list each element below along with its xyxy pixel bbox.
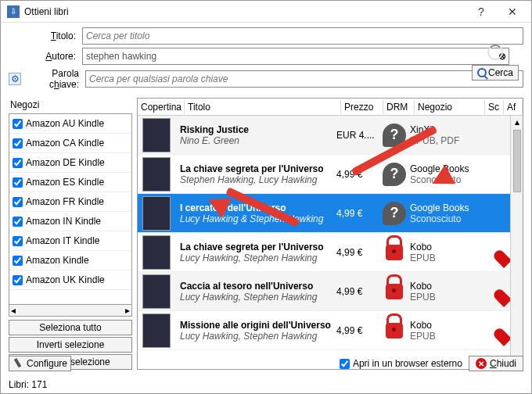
- store-item[interactable]: Amazon Kindle: [9, 251, 131, 270]
- drm-lock-icon: [386, 245, 403, 260]
- store-label: Amazon DE Kindle: [26, 157, 105, 168]
- store-cell: Google BooksSconosciuto: [410, 163, 480, 185]
- drm-lock-icon: [386, 323, 403, 338]
- table-row[interactable]: Missione alle origini dell'UniversoLucy …: [138, 311, 523, 350]
- title-input[interactable]: [82, 27, 523, 45]
- table-row[interactable]: La chiave segreta per l'UniversoLucy Haw…: [138, 233, 523, 272]
- close-button[interactable]: ✕ Chiudi Chiudi: [469, 356, 523, 371]
- gear-icon[interactable]: ⚙: [9, 73, 21, 85]
- store-checkbox[interactable]: [13, 197, 23, 207]
- table-vscroll[interactable]: ▴ ▾: [510, 116, 523, 369]
- drm-lock-icon: [386, 284, 403, 299]
- store-checkbox[interactable]: [13, 217, 23, 227]
- store-label: Amazon UK Kindle: [26, 274, 105, 285]
- title-label: TTitolo:itolo:: [9, 30, 79, 41]
- configure-button[interactable]: Configure: [9, 356, 71, 371]
- title-cell: Missione alle origini dell'UniversoLucy …: [180, 320, 336, 342]
- close-icon: ✕: [476, 358, 487, 369]
- store-label: Amazon FR Kindle: [26, 196, 104, 207]
- store-item[interactable]: Amazon IN Kindle: [9, 212, 131, 231]
- col-drm[interactable]: DRM: [383, 100, 415, 114]
- drm-unknown-icon: ?: [383, 163, 406, 186]
- author-label: Autore:: [9, 51, 79, 62]
- loading-spinner: [487, 45, 503, 60]
- table-row[interactable]: Risking JusticeNino E. GreenEUR 4....?Xi…: [138, 116, 523, 155]
- wrench-icon: [10, 356, 25, 371]
- store-item[interactable]: Amazon ES Kindle: [9, 173, 131, 192]
- scroll-thumb[interactable]: [513, 130, 521, 192]
- configure-label: Configure: [27, 358, 67, 369]
- close-window-button[interactable]: ✕: [497, 2, 528, 22]
- col-affiliate[interactable]: Af: [504, 100, 523, 114]
- col-store[interactable]: Negozio: [415, 100, 485, 114]
- book-cover: [142, 157, 171, 192]
- table-row[interactable]: Caccia al tesoro nell'UniversoLucy Hawki…: [138, 272, 523, 311]
- store-label: Amazon AU Kindle: [26, 118, 104, 129]
- store-cell: KoboEPUB: [410, 242, 480, 263]
- col-title[interactable]: Titolo: [185, 100, 341, 114]
- store-checkbox[interactable]: [13, 138, 23, 149]
- author-input[interactable]: [82, 48, 509, 65]
- open-external-input[interactable]: [340, 359, 350, 369]
- select-all-button[interactable]: Seleziona tutto: [9, 320, 132, 335]
- scroll-up-icon[interactable]: ▴: [511, 116, 523, 128]
- store-item[interactable]: Amazon UK Kindle: [9, 270, 131, 290]
- price-cell: 4,99 €: [336, 286, 379, 297]
- search-button-label: Cerca: [488, 67, 513, 78]
- price-cell: 4,99 €: [336, 325, 379, 336]
- store-label: Amazon IN Kindle: [26, 216, 101, 227]
- store-label: Amazon IT Kindle: [26, 235, 100, 246]
- status-count: Libri: 171: [9, 379, 47, 390]
- store-list[interactable]: Amazon AU KindleAmazon CA KindleAmazon D…: [9, 113, 132, 305]
- store-hscroll[interactable]: ◂▸: [9, 305, 132, 317]
- col-download[interactable]: Sc: [485, 100, 504, 114]
- store-checkbox[interactable]: [13, 177, 23, 188]
- stores-heading: Negozi: [9, 98, 132, 113]
- search-button[interactable]: Cerca: [472, 65, 519, 81]
- price-cell: EUR 4....: [336, 130, 379, 141]
- store-cell: Google BooksSconosciuto: [410, 202, 480, 224]
- col-price[interactable]: Prezzo: [341, 100, 383, 114]
- book-cover: [142, 118, 171, 152]
- table-row[interactable]: La chiave segreta per l'UniversoStephen …: [138, 155, 523, 194]
- title-cell: La chiave segreta per l'UniversoStephen …: [180, 163, 336, 185]
- store-checkbox[interactable]: [13, 256, 23, 266]
- store-item[interactable]: Amazon DE Kindle: [9, 153, 131, 173]
- title-cell: Risking JusticeNino E. Green: [180, 124, 336, 146]
- store-checkbox[interactable]: [13, 236, 23, 246]
- store-cell: XinXiiEPUB, PDF: [410, 124, 480, 146]
- keyword-label: Parola chiave:: [26, 68, 82, 90]
- price-cell: 4,99 €: [336, 169, 379, 180]
- store-item[interactable]: Amazon CA Kindle: [9, 134, 131, 153]
- close-label: Chiudi: [490, 358, 516, 369]
- store-item[interactable]: Amazon AU Kindle: [9, 114, 131, 134]
- book-cover: [142, 235, 171, 270]
- col-cover[interactable]: Copertina: [138, 100, 185, 114]
- store-label: Amazon CA Kindle: [26, 138, 104, 149]
- store-checkbox[interactable]: [13, 275, 23, 285]
- help-button[interactable]: ?: [466, 2, 497, 22]
- title-cell: Caccia al tesoro nell'UniversoLucy Hawki…: [180, 281, 336, 303]
- drm-unknown-icon: ?: [383, 124, 406, 147]
- store-item[interactable]: Amazon FR Kindle: [9, 192, 131, 212]
- results-table: Copertina Titolo Prezzo DRM Negozio Sc A…: [137, 98, 523, 370]
- app-icon: ⇩: [7, 5, 20, 18]
- table-row[interactable]: I cercatori dell'UniversoLucy Hawking & …: [138, 194, 523, 233]
- keyword-input[interactable]: [85, 70, 523, 88]
- store-cell: KoboEPUB: [410, 281, 480, 303]
- title-cell: La chiave segreta per l'UniversoLucy Haw…: [180, 242, 336, 263]
- price-cell: 4,99 €: [336, 208, 379, 219]
- store-item[interactable]: Amazon IT Kindle: [9, 231, 131, 251]
- price-cell: 4,99 €: [336, 247, 379, 258]
- book-cover: [142, 196, 171, 231]
- drm-unknown-icon: ?: [383, 202, 406, 225]
- store-checkbox[interactable]: [13, 158, 23, 168]
- search-icon: [477, 68, 487, 77]
- invert-selection-button[interactable]: Inverti selezione: [9, 337, 132, 353]
- open-external-label: Apri in un browser esterno: [353, 358, 462, 369]
- title-cell: I cercatori dell'UniversoLucy Hawking & …: [180, 202, 336, 224]
- open-external-checkbox[interactable]: Apri in un browser esterno: [340, 358, 462, 369]
- store-label: Amazon ES Kindle: [26, 177, 104, 188]
- store-checkbox[interactable]: [13, 119, 23, 129]
- book-cover: [142, 274, 171, 309]
